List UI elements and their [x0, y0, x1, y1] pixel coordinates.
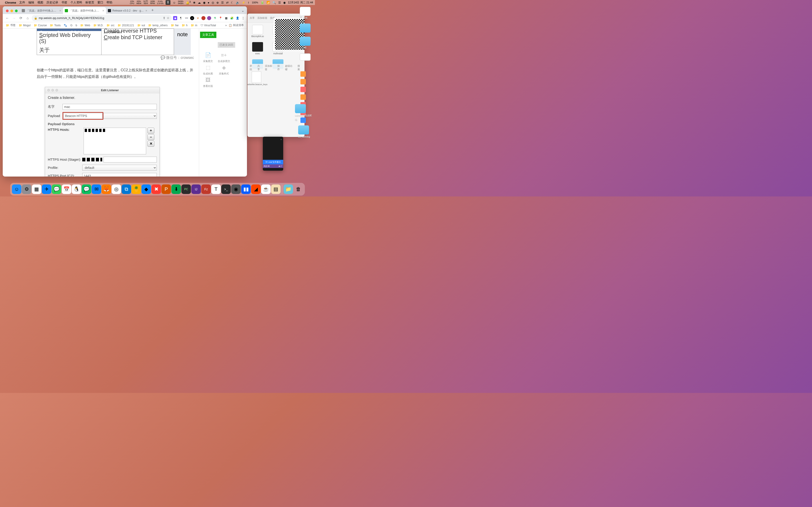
minimize-icon[interactable] — [10, 9, 13, 12]
dock-app[interactable]: 💬 — [52, 184, 61, 194]
tb-group[interactable]: 群组 — [250, 64, 255, 71]
forward-button[interactable]: → — [11, 16, 17, 20]
desktop-item[interactable]: I靶 — [300, 37, 311, 49]
address-bar[interactable]: 🔒 mp.weixin.qq.com/s/e_h_RLNQ4y1I4hYEENG… — [32, 15, 172, 21]
menu-item[interactable]: Create CrossC2 Listener — [37, 29, 101, 31]
dock-app[interactable]: Fz — [201, 184, 211, 194]
bookmark-item[interactable]: 📁书签 — [5, 23, 17, 27]
menu-edit[interactable]: 编辑 — [28, 0, 34, 5]
menu-window[interactable]: 窗口 — [97, 0, 103, 5]
dock-app[interactable]: ✖ — [152, 184, 161, 194]
status-icon-6[interactable]: ⊕ — [216, 1, 219, 4]
menu-profiles[interactable]: 个人资料 — [70, 0, 82, 5]
profile-select[interactable]: default — [82, 165, 157, 171]
hosts-list[interactable] — [84, 128, 146, 154]
dock-app[interactable]: ▮▮ — [241, 184, 251, 194]
close-icon[interactable]: × — [281, 138, 282, 141]
ext-icon[interactable]: 📍 — [218, 16, 222, 20]
status-icon-1[interactable]: ❀ — [193, 1, 196, 4]
ext-icon[interactable]: ○ — [190, 16, 194, 20]
file-item[interactable]: obaltstrike.beacon_keys — [249, 71, 264, 86]
status-icon-10[interactable]: ⚡ — [242, 1, 245, 4]
desktop-item[interactable] — [300, 79, 306, 84]
desktop-item[interactable]: 文稿 — [300, 7, 311, 19]
ext-icon[interactable] — [207, 16, 211, 20]
dock-app[interactable]: 🐧 — [72, 184, 81, 194]
dock-app[interactable]: >_ — [221, 184, 231, 194]
dock-app[interactable]: ✈ — [42, 184, 51, 194]
menu-item[interactable]: Scripted Web Delivery (S) — [37, 31, 101, 46]
bookmark-item[interactable]: G — [69, 23, 73, 27]
tool-longimg[interactable]: ⬚生成长图 — [201, 65, 215, 75]
bookmarks-overflow[interactable]: » — [225, 24, 227, 27]
volume-icon[interactable]: 🔊 — [236, 1, 240, 4]
dock-app[interactable]: ◎ — [112, 184, 121, 194]
menu-help[interactable]: 帮助 — [106, 0, 112, 5]
tab-close-icon[interactable]: × — [145, 9, 147, 12]
finder-icon[interactable]: ☺ — [173, 1, 175, 4]
dock-downloads[interactable]: 📁 — [284, 184, 293, 194]
ext-icon[interactable]: ◆ — [173, 16, 177, 20]
ext-icon[interactable]: 👓 — [185, 16, 189, 20]
dock-app[interactable]: P — [161, 184, 171, 194]
control-center-icon[interactable]: ☰ — [278, 1, 281, 4]
tool-collect-style[interactable]: ◈采集样式 — [217, 65, 231, 75]
dock-app[interactable]: ◉ — [231, 184, 241, 194]
chrome-menu-icon[interactable]: ⋮ — [241, 16, 245, 20]
dock-app[interactable]: ☺ — [12, 184, 21, 194]
tb-tag[interactable]: 添加标签 — [257, 16, 267, 20]
dock-app[interactable]: ◆ — [142, 184, 151, 194]
status-icon-8[interactable]: ⇄ — [226, 1, 229, 4]
remove-host-button[interactable]: − — [148, 134, 154, 140]
minimize-icon[interactable] — [51, 89, 54, 92]
maximize-icon[interactable] — [15, 9, 18, 12]
tabs-dropdown-icon[interactable]: ⌄ — [239, 8, 247, 14]
back-button[interactable]: ← — [5, 16, 10, 20]
tool-combine[interactable]: ≡+合成多图文 — [217, 52, 231, 63]
menu-file[interactable]: 文件 — [19, 0, 25, 5]
desktop-item[interactable]: vuIntraget实战靶场 — [295, 104, 313, 121]
bookmark-item[interactable]: 📁Tools — [48, 23, 62, 27]
dock-trash[interactable]: 🗑 — [294, 184, 303, 194]
dock-app[interactable]: T — [211, 184, 221, 194]
tab-close-icon[interactable]: × — [102, 9, 104, 12]
desktop-item[interactable] — [300, 87, 306, 92]
dock-app[interactable]: PC — [182, 184, 191, 194]
dock-app[interactable]: 📅 — [62, 184, 71, 194]
dock-app[interactable]: ✉ — [92, 184, 101, 194]
bookmark-item[interactable]: 📁temp_others — [147, 23, 169, 27]
tb-rightclick[interactable]: 超级右键 — [285, 64, 295, 71]
status-icon-7[interactable]: ☰ — [221, 1, 224, 4]
bookmark-item[interactable]: 📁Mogul — [17, 23, 32, 27]
status-icon-5[interactable]: ◎ — [212, 1, 214, 4]
status-icon-3[interactable]: ◉ — [203, 1, 205, 4]
dock-app[interactable]: ☕ — [261, 184, 271, 194]
menu-view[interactable]: 视图 — [37, 0, 43, 5]
ext-icon[interactable] — [201, 16, 205, 20]
desktop-item[interactable]: kill_safedog — [298, 125, 310, 138]
tb-tag[interactable]: 添加标签 — [265, 64, 274, 71]
name-input[interactable] — [62, 104, 157, 110]
desktop-item[interactable] — [300, 23, 311, 33]
close-icon[interactable] — [6, 9, 9, 12]
dock-app[interactable]: ⚙ — [22, 184, 32, 194]
dock-app[interactable]: 💬 — [82, 184, 91, 194]
ext-icon[interactable]: ¶ — [179, 16, 183, 20]
star-icon[interactable]: ☆ — [167, 16, 169, 20]
desktop-item[interactable] — [300, 71, 306, 77]
bookmark-item[interactable]: b — [74, 23, 79, 27]
payload-dropdown[interactable] — [103, 113, 157, 119]
bookmark-item[interactable]: 🛡 VirusTotal — [199, 23, 217, 27]
tb-search[interactable]: 搜索 — [298, 64, 302, 71]
home-button[interactable]: ⌂ — [25, 16, 30, 20]
stager-input[interactable] — [104, 157, 157, 163]
file-item[interactable]: exec — [250, 42, 265, 55]
reading-list[interactable]: 📋阅读清单 — [227, 23, 245, 27]
dock-app[interactable]: IJ — [192, 184, 201, 194]
clock[interactable]: 12月14日 周二 21:44 — [288, 1, 313, 5]
menu-history[interactable]: 历史记录 — [46, 0, 58, 5]
bookmark-item[interactable]: 🐾 — [62, 23, 68, 27]
reload-button[interactable]: ⟳ — [18, 16, 23, 20]
ext-icon[interactable]: ▦ — [224, 16, 228, 20]
dock-app[interactable]: 🍍 — [132, 184, 141, 194]
